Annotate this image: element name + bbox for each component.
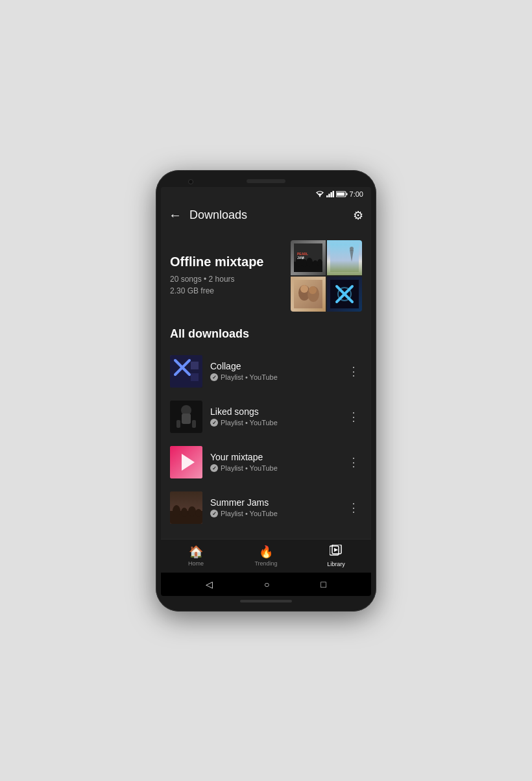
svg-rect-32	[191, 362, 199, 369]
phone-screen: 7:00 ← Downloads ⚙ Offline mixtape 20 so…	[161, 187, 371, 596]
phone-bottom-bar	[240, 600, 292, 602]
item-thumbnail-summer	[170, 491, 202, 524]
trending-icon: 🔥	[259, 545, 273, 559]
item-meta: ✓ Playlist • YouTube	[210, 510, 337, 517]
back-button[interactable]: ←	[169, 208, 182, 223]
svg-point-24	[309, 286, 317, 294]
check-mark: ✓	[212, 420, 217, 426]
mixtape-section[interactable]: Offline mixtape 20 songs • 2 hours 2.30 …	[161, 230, 371, 322]
check-circle-icon: ✓	[210, 510, 218, 517]
more-options-button[interactable]: ⋮	[345, 452, 362, 472]
check-mark: ✓	[212, 465, 217, 471]
svg-point-46	[195, 509, 202, 517]
item-details-liked: Liked songs ✓ Playlist • YouTube	[210, 406, 337, 427]
top-bar: ← Downloads ⚙	[161, 201, 371, 230]
more-options-button[interactable]: ⋮	[345, 407, 362, 427]
more-options-button[interactable]: ⋮	[345, 362, 362, 381]
svg-point-44	[181, 508, 187, 517]
settings-button[interactable]: ⚙	[353, 208, 363, 223]
mixtape-info: Offline mixtape 20 songs • 2 hours 2.30 …	[170, 254, 263, 297]
svg-point-13	[313, 260, 318, 267]
svg-rect-38	[192, 420, 196, 428]
item-thumbnail-collage	[170, 355, 202, 388]
check-circle-icon: ✓	[210, 464, 218, 472]
mixtape-title: Offline mixtape	[170, 254, 263, 269]
item-details-mixtape: Your mixtape ✓ Playlist • YouTube	[210, 452, 337, 472]
svg-rect-2	[328, 193, 330, 197]
nav-home[interactable]: 🏠 Home	[161, 545, 231, 567]
svg-point-23	[300, 285, 308, 293]
android-nav: ◁ ○ □	[161, 573, 371, 596]
mixtape-storage: 2.30 GB free	[170, 285, 263, 297]
item-details-summer: Summer Jams ✓ Playlist • YouTube	[210, 497, 337, 517]
check-circle-icon: ✓	[210, 373, 218, 381]
svg-point-19	[350, 247, 354, 251]
svg-rect-4	[332, 191, 334, 197]
check-mark: ✓	[212, 511, 217, 517]
list-item[interactable]: Your mixtape ✓ Playlist • YouTube ⋮	[161, 440, 371, 485]
bottom-nav: 🏠 Home 🔥 Trending Library	[161, 539, 371, 573]
nav-trending-label: Trending	[254, 560, 277, 567]
mixtape-songs: 20 songs • 2 hours	[170, 273, 263, 285]
wifi-icon	[315, 191, 324, 197]
nav-library[interactable]: Library	[301, 545, 371, 567]
svg-rect-1	[326, 195, 328, 197]
svg-point-0	[319, 195, 320, 197]
check-mark: ✓	[212, 375, 217, 380]
item-meta-text: Playlist • YouTube	[221, 373, 278, 381]
item-meta: ✓ Playlist • YouTube	[210, 373, 337, 381]
status-time: 7:00	[350, 190, 363, 198]
item-meta-text: Playlist • YouTube	[221, 510, 278, 517]
item-name: Liked songs	[210, 406, 337, 417]
android-recent-button[interactable]: □	[320, 579, 326, 589]
svg-point-12	[306, 258, 313, 267]
svg-marker-49	[334, 548, 338, 552]
phone-camera	[188, 179, 193, 184]
collage-cell-1: PEARL JAM	[291, 240, 326, 275]
svg-rect-36	[182, 414, 191, 424]
android-home-button[interactable]: ○	[264, 579, 269, 589]
more-options-button[interactable]: ⋮	[345, 498, 362, 517]
item-thumbnail-liked	[170, 401, 202, 433]
svg-rect-37	[176, 420, 180, 428]
list-item[interactable]: Collage ✓ Playlist • YouTube ⋮	[161, 349, 371, 394]
svg-text:JAM: JAM	[297, 256, 304, 260]
item-name: Your mixtape	[210, 452, 337, 462]
svg-rect-17	[330, 243, 359, 272]
svg-rect-6	[337, 192, 345, 195]
item-meta-text: Playlist • YouTube	[221, 464, 278, 472]
collage-cell-3	[291, 277, 326, 312]
svg-point-14	[317, 259, 322, 267]
list-item[interactable]: Liked songs ✓ Playlist • YouTube ⋮	[161, 394, 371, 440]
home-icon: 🏠	[189, 545, 203, 559]
collage-cell-4	[327, 277, 362, 312]
signal-icon	[326, 191, 334, 197]
status-icons: 7:00	[315, 190, 363, 198]
item-meta-text: Playlist • YouTube	[221, 419, 278, 427]
item-name: Summer Jams	[210, 497, 337, 508]
collage-cell-2	[327, 240, 362, 275]
svg-point-45	[188, 506, 196, 517]
svg-rect-3	[330, 192, 332, 197]
android-back-button[interactable]: ◁	[206, 579, 213, 589]
content-area: Offline mixtape 20 songs • 2 hours 2.30 …	[161, 230, 371, 539]
page-title: Downloads	[189, 208, 353, 222]
item-name: Collage	[210, 361, 337, 371]
check-circle-icon: ✓	[210, 419, 218, 427]
section-title: All downloads	[161, 322, 371, 349]
nav-home-label: Home	[188, 560, 204, 567]
phone-speaker	[247, 179, 285, 183]
list-item[interactable]: Summer Jams ✓ Playlist • YouTube ⋮	[161, 485, 371, 530]
item-thumbnail-mixtape	[170, 446, 202, 478]
svg-point-11	[302, 259, 307, 267]
item-meta: ✓ Playlist • YouTube	[210, 464, 337, 472]
nav-trending[interactable]: 🔥 Trending	[231, 545, 301, 567]
all-downloads-section: All downloads Collage	[161, 322, 371, 530]
svg-rect-33	[191, 373, 199, 381]
mixtape-collage: PEARL JAM	[291, 240, 362, 312]
status-bar: 7:00	[161, 187, 371, 201]
svg-rect-7	[346, 193, 347, 195]
nav-library-label: Library	[327, 561, 345, 567]
svg-point-43	[173, 505, 180, 517]
battery-icon	[336, 191, 348, 197]
